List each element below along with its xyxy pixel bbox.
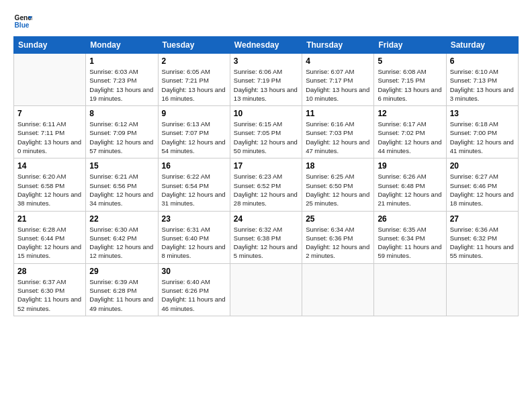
svg-text:Blue: Blue [15,21,30,29]
calendar-cell: 21Sunrise: 6:28 AMSunset: 6:44 PMDayligh… [14,211,86,263]
day-info: Sunrise: 6:16 AMSunset: 7:03 PMDaylight:… [306,120,370,155]
calendar-cell [446,263,518,316]
day-number: 5 [378,56,442,66]
calendar-cell: 30Sunrise: 6:40 AMSunset: 6:26 PMDayligh… [158,263,230,316]
day-info: Sunrise: 6:21 AMSunset: 6:56 PMDaylight:… [89,172,154,208]
day-number: 10 [234,109,298,118]
day-number: 27 [450,214,515,224]
day-number: 29 [89,267,154,276]
weekday-header: Wednesday [230,37,302,54]
calendar-cell: 28Sunrise: 6:37 AMSunset: 6:30 PMDayligh… [14,263,86,316]
weekday-header: Monday [86,37,158,54]
day-number: 18 [306,161,370,171]
day-number: 12 [378,109,442,118]
day-info: Sunrise: 6:36 AMSunset: 6:32 PMDaylight:… [450,225,515,261]
logo: General Blue [13,12,32,31]
calendar-cell: 14Sunrise: 6:20 AMSunset: 6:58 PMDayligh… [14,158,86,211]
calendar-cell: 10Sunrise: 6:15 AMSunset: 7:05 PMDayligh… [230,106,302,158]
day-number: 6 [450,56,515,66]
day-number: 13 [450,109,515,118]
day-number: 26 [378,214,442,224]
calendar-cell: 19Sunrise: 6:26 AMSunset: 6:48 PMDayligh… [374,158,446,211]
day-number: 8 [89,109,154,118]
calendar-cell: 4Sunrise: 6:07 AMSunset: 7:17 PMDaylight… [302,54,374,106]
day-number: 7 [17,109,82,118]
calendar-table: SundayMondayTuesdayWednesdayThursdayFrid… [13,36,519,316]
calendar-cell: 15Sunrise: 6:21 AMSunset: 6:56 PMDayligh… [86,158,158,211]
calendar-cell: 26Sunrise: 6:35 AMSunset: 6:34 PMDayligh… [374,211,446,263]
day-number: 19 [378,161,442,171]
calendar-cell: 11Sunrise: 6:16 AMSunset: 7:03 PMDayligh… [302,106,374,158]
day-number: 3 [234,56,298,66]
day-number: 2 [162,56,226,66]
day-info: Sunrise: 6:15 AMSunset: 7:05 PMDaylight:… [234,120,298,155]
weekday-header: Friday [374,37,446,54]
calendar-week-row: 1Sunrise: 6:03 AMSunset: 7:23 PMDaylight… [14,54,519,106]
calendar-cell [374,263,446,316]
day-info: Sunrise: 6:23 AMSunset: 6:52 PMDaylight:… [234,172,298,208]
calendar-cell: 9Sunrise: 6:13 AMSunset: 7:07 PMDaylight… [158,106,230,158]
day-info: Sunrise: 6:35 AMSunset: 6:34 PMDaylight:… [378,225,442,261]
day-info: Sunrise: 6:18 AMSunset: 7:00 PMDaylight:… [450,120,515,155]
calendar-cell: 27Sunrise: 6:36 AMSunset: 6:32 PMDayligh… [446,211,518,263]
day-info: Sunrise: 6:40 AMSunset: 6:26 PMDaylight:… [162,277,226,313]
day-info: Sunrise: 6:05 AMSunset: 7:21 PMDaylight:… [162,67,226,103]
day-number: 11 [306,109,370,118]
calendar-cell: 20Sunrise: 6:27 AMSunset: 6:46 PMDayligh… [446,158,518,211]
day-info: Sunrise: 6:03 AMSunset: 7:23 PMDaylight:… [89,67,154,103]
calendar-cell: 6Sunrise: 6:10 AMSunset: 7:13 PMDaylight… [446,54,518,106]
day-number: 1 [89,56,154,66]
calendar-cell: 17Sunrise: 6:23 AMSunset: 6:52 PMDayligh… [230,158,302,211]
logo-icon: General Blue [13,12,32,31]
day-number: 15 [89,161,154,171]
day-number: 28 [17,267,82,276]
day-info: Sunrise: 6:39 AMSunset: 6:28 PMDaylight:… [89,277,154,313]
day-number: 30 [162,267,226,276]
day-info: Sunrise: 6:32 AMSunset: 6:38 PMDaylight:… [234,225,298,261]
day-info: Sunrise: 6:30 AMSunset: 6:42 PMDaylight:… [89,225,154,261]
day-info: Sunrise: 6:28 AMSunset: 6:44 PMDaylight:… [17,225,82,261]
weekday-header: Saturday [446,37,518,54]
day-number: 20 [450,161,515,171]
weekday-header: Sunday [14,37,86,54]
calendar-week-row: 21Sunrise: 6:28 AMSunset: 6:44 PMDayligh… [14,211,519,263]
calendar-cell: 24Sunrise: 6:32 AMSunset: 6:38 PMDayligh… [230,211,302,263]
calendar-cell: 22Sunrise: 6:30 AMSunset: 6:42 PMDayligh… [86,211,158,263]
calendar-cell: 23Sunrise: 6:31 AMSunset: 6:40 PMDayligh… [158,211,230,263]
calendar-cell: 2Sunrise: 6:05 AMSunset: 7:21 PMDaylight… [158,54,230,106]
day-info: Sunrise: 6:11 AMSunset: 7:11 PMDaylight:… [17,120,82,155]
day-number: 22 [89,214,154,224]
day-info: Sunrise: 6:12 AMSunset: 7:09 PMDaylight:… [89,120,154,155]
day-info: Sunrise: 6:34 AMSunset: 6:36 PMDaylight:… [306,225,370,261]
day-info: Sunrise: 6:20 AMSunset: 6:58 PMDaylight:… [17,172,82,208]
day-number: 4 [306,56,370,66]
calendar-header-row: SundayMondayTuesdayWednesdayThursdayFrid… [14,37,519,54]
calendar-week-row: 7Sunrise: 6:11 AMSunset: 7:11 PMDaylight… [14,106,519,158]
day-info: Sunrise: 6:26 AMSunset: 6:48 PMDaylight:… [378,172,442,208]
calendar-cell: 1Sunrise: 6:03 AMSunset: 7:23 PMDaylight… [86,54,158,106]
calendar-cell: 16Sunrise: 6:22 AMSunset: 6:54 PMDayligh… [158,158,230,211]
calendar-cell: 13Sunrise: 6:18 AMSunset: 7:00 PMDayligh… [446,106,518,158]
day-info: Sunrise: 6:17 AMSunset: 7:02 PMDaylight:… [378,120,442,155]
day-number: 24 [234,214,298,224]
page-header: General Blue [13,12,519,31]
day-info: Sunrise: 6:06 AMSunset: 7:19 PMDaylight:… [234,67,298,103]
day-number: 16 [162,161,226,171]
day-info: Sunrise: 6:10 AMSunset: 7:13 PMDaylight:… [450,67,515,103]
day-number: 25 [306,214,370,224]
day-info: Sunrise: 6:07 AMSunset: 7:17 PMDaylight:… [306,67,370,103]
calendar-cell: 8Sunrise: 6:12 AMSunset: 7:09 PMDaylight… [86,106,158,158]
day-info: Sunrise: 6:31 AMSunset: 6:40 PMDaylight:… [162,225,226,261]
day-info: Sunrise: 6:08 AMSunset: 7:15 PMDaylight:… [378,67,442,103]
day-number: 17 [234,161,298,171]
calendar-cell: 3Sunrise: 6:06 AMSunset: 7:19 PMDaylight… [230,54,302,106]
calendar-week-row: 28Sunrise: 6:37 AMSunset: 6:30 PMDayligh… [14,263,519,316]
day-info: Sunrise: 6:37 AMSunset: 6:30 PMDaylight:… [17,277,82,313]
day-info: Sunrise: 6:27 AMSunset: 6:46 PMDaylight:… [450,172,515,208]
day-number: 21 [17,214,82,224]
calendar-cell [302,263,374,316]
calendar-cell [230,263,302,316]
calendar-week-row: 14Sunrise: 6:20 AMSunset: 6:58 PMDayligh… [14,158,519,211]
calendar-cell: 25Sunrise: 6:34 AMSunset: 6:36 PMDayligh… [302,211,374,263]
day-info: Sunrise: 6:25 AMSunset: 6:50 PMDaylight:… [306,172,370,208]
